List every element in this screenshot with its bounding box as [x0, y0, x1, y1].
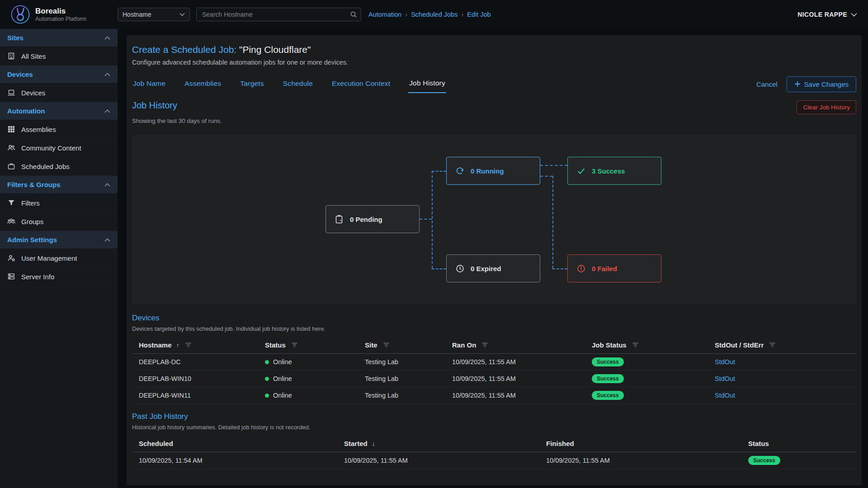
search-input[interactable] — [196, 8, 361, 21]
breadcrumb-edit-job[interactable]: Edit Job — [467, 11, 491, 18]
site-cell: Testing Lab — [358, 358, 445, 366]
job-status-cell: Success — [585, 391, 708, 400]
filter-icon[interactable] — [185, 342, 192, 348]
success-node-label: 3 Success — [592, 167, 625, 175]
status-cell: Online — [258, 392, 358, 399]
sidebar-section-devices[interactable]: Devices — [0, 66, 118, 84]
connector-line — [540, 165, 567, 166]
sidebar-item-assemblies[interactable]: Assemblies — [0, 120, 118, 139]
status-text: Online — [273, 358, 292, 366]
sidebar-section-filters-groups[interactable]: Filters & Groups — [0, 176, 118, 194]
stdout-link[interactable]: StdOut — [715, 392, 735, 399]
col-ran-on[interactable]: Ran On — [445, 341, 585, 349]
sidebar-item-groups[interactable]: Groups — [0, 212, 118, 231]
chevron-up-icon — [104, 109, 110, 113]
tab-schedule[interactable]: Schedule — [282, 75, 314, 93]
status-cell: Online — [258, 358, 358, 366]
col-status[interactable]: Status — [741, 440, 856, 447]
filter-icon[interactable] — [291, 342, 298, 348]
started-cell: 10/09/2025, 11:55 AM — [337, 457, 539, 464]
col-finished[interactable]: Finished — [539, 440, 741, 447]
clock-icon — [456, 264, 465, 273]
sidebar-item-server-info[interactable]: Server Info — [0, 267, 118, 286]
success-node[interactable]: 3 Success — [567, 157, 661, 185]
finished-cell: 10/09/2025, 11:55 AM — [539, 457, 741, 464]
tab-job-name[interactable]: Job Name — [132, 75, 166, 93]
clipboard-icon — [335, 215, 344, 224]
hostname-cell: DEEPLAB-DC — [132, 358, 258, 366]
col-stdout[interactable]: StdOut / StdErr — [708, 341, 856, 349]
user-menu[interactable]: NICOLE RAPPE — [797, 11, 857, 18]
status-cell: Success — [741, 456, 856, 465]
table-row: DEEPLAB-WIN11 Online Testing Lab 10/09/2… — [132, 387, 856, 404]
filter-icon[interactable] — [769, 342, 776, 348]
past-table-header: Scheduled Started ↓ Finished Status — [132, 435, 856, 452]
breadcrumb-scheduled-jobs[interactable]: Scheduled Jobs — [411, 11, 458, 18]
check-icon — [577, 167, 586, 175]
sidebar-item-community-content[interactable]: Community Content — [0, 139, 118, 157]
chevron-up-icon — [104, 238, 110, 242]
sidebar: Sites All Sites Devices Devices Automati… — [0, 29, 118, 488]
sidebar-section-sites[interactable]: Sites — [0, 29, 118, 47]
online-dot-icon — [265, 377, 269, 381]
building-icon — [7, 52, 15, 60]
expired-node[interactable]: 0 Expired — [446, 254, 540, 282]
failed-node[interactable]: 0 Failed — [567, 254, 661, 282]
sidebar-item-scheduled-jobs[interactable]: Scheduled Jobs — [0, 157, 118, 176]
sidebar-item-filters[interactable]: Filters — [0, 194, 118, 212]
sort-desc-icon[interactable]: ↓ — [372, 440, 375, 447]
page-title-job-name: "Ping Cloudflare" — [236, 44, 311, 55]
save-changes-button[interactable]: Save Changes — [787, 76, 856, 92]
past-job-history-table: Scheduled Started ↓ Finished Status 10/0… — [132, 435, 856, 469]
running-node[interactable]: 0 Running — [446, 157, 540, 185]
table-row: DEEPLAB-WIN10 Online Testing Lab 10/09/2… — [132, 371, 856, 387]
tabs-row: Job Name Assemblies Targets Schedule Exe… — [132, 75, 856, 93]
connector-line — [552, 176, 553, 268]
filter-icon[interactable] — [481, 342, 488, 348]
stdout-link[interactable]: StdOut — [715, 375, 735, 382]
filter-icon[interactable] — [632, 342, 639, 348]
hostname-select-value: Hostname — [123, 11, 151, 18]
tab-job-history[interactable]: Job History — [408, 75, 446, 93]
col-label: Ran On — [452, 341, 476, 349]
sidebar-section-automation[interactable]: Automation — [0, 102, 118, 120]
tab-assemblies[interactable]: Assemblies — [184, 75, 222, 93]
col-hostname[interactable]: Hostname ↑ — [132, 341, 258, 349]
connector-line — [432, 268, 446, 269]
search-icon[interactable] — [350, 11, 357, 18]
cancel-button[interactable]: Cancel — [756, 80, 778, 88]
status-badge: Success — [592, 357, 624, 366]
hostname-select[interactable]: Hostname — [118, 8, 190, 21]
tab-execution-context[interactable]: Execution Context — [331, 75, 391, 93]
briefcase-icon — [7, 162, 15, 170]
col-scheduled[interactable]: Scheduled — [132, 440, 337, 447]
connector-line — [420, 219, 432, 220]
hostname-cell: DEEPLAB-WIN11 — [132, 392, 258, 399]
col-label: StdOut / StdErr — [715, 341, 764, 349]
connector-line — [540, 176, 552, 177]
ran-on-cell: 10/09/2025, 11:55 AM — [445, 392, 585, 399]
breadcrumb-separator: › — [405, 11, 407, 18]
clear-job-history-button[interactable]: Clear Job History — [797, 100, 856, 114]
stdout-link[interactable]: StdOut — [715, 358, 735, 366]
tab-targets[interactable]: Targets — [240, 75, 265, 93]
filter-icon[interactable] — [383, 342, 390, 348]
past-job-history-heading: Past Job History — [132, 412, 856, 421]
brand: Borealis Automation Platform — [11, 5, 118, 24]
pending-node[interactable]: 0 Pending — [326, 205, 420, 233]
sort-asc-icon[interactable]: ↑ — [176, 342, 179, 349]
sidebar-item-all-sites[interactable]: All Sites — [0, 47, 118, 66]
server-icon — [7, 272, 15, 281]
col-site[interactable]: Site — [358, 341, 445, 349]
col-job-status[interactable]: Job Status — [585, 341, 708, 349]
save-changes-label: Save Changes — [804, 80, 849, 88]
site-cell: Testing Lab — [358, 392, 445, 399]
sidebar-section-admin-settings[interactable]: Admin Settings — [0, 231, 118, 249]
col-label: Started — [344, 440, 368, 447]
breadcrumb-automation[interactable]: Automation — [368, 11, 401, 18]
sidebar-item-user-management[interactable]: User Management — [0, 249, 118, 267]
status-text: Online — [273, 392, 292, 399]
col-started[interactable]: Started ↓ — [337, 440, 539, 447]
sidebar-item-devices[interactable]: Devices — [0, 84, 118, 102]
col-status[interactable]: Status — [258, 341, 358, 349]
